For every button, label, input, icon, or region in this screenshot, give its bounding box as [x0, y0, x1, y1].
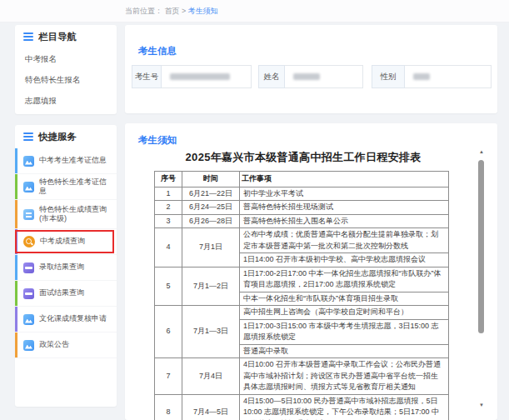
name-label: 姓名 — [258, 65, 285, 88]
card-icon — [23, 288, 34, 299]
table-row: 6 7月1—3日 高中招生网上咨询会（高中学校自定时间和平台） — [155, 306, 449, 320]
table-row: 8 7月4—5日 4日15:00—5日10:00 民办普通高中市域补招志愿填报，… — [155, 394, 449, 420]
breadcrumb-current: 考生须知 — [188, 7, 218, 15]
cell-item: 中本一体化招生和“市队联办”体育项目招生录取 — [240, 292, 449, 306]
service-label: 中考成绩查询 — [40, 237, 85, 246]
list-icon — [23, 32, 33, 41]
sidebar-item-zhiyuan-tianbao[interactable]: 志愿填报 — [15, 90, 117, 111]
cell-time: 6月24—25日 — [182, 201, 240, 215]
scroll-down-arrow-icon[interactable]: ▼ — [477, 402, 486, 408]
schedule-table-wrap: 2025年嘉兴市本级普通高中招生工作日程安排表 序号 时间 工作事项 1 6月2… — [154, 150, 452, 420]
search-icon — [23, 236, 35, 248]
table-row: 1 6月21—22日 初中学业水平考试 — [155, 187, 449, 201]
schedule-table-title: 2025年嘉兴市本级普通高中招生工作日程安排表 — [154, 150, 452, 165]
cell-no: 2 — [155, 201, 182, 215]
list-icon — [23, 132, 33, 141]
scroll-up-arrow-icon[interactable]: ▲ — [477, 148, 486, 155]
image-icon — [23, 340, 34, 351]
strip-orange — [15, 200, 17, 228]
image-icon — [23, 182, 34, 192]
cell-item: 普通高中录取 — [240, 344, 449, 358]
breadcrumb-separator: > — [182, 7, 186, 15]
sidebar-item-techang-zhunkaozheng[interactable]: 特色特长生准考证信息 — [15, 174, 117, 200]
candidate-fields: 考生号 姓名 性别 — [132, 65, 492, 88]
cell-no: 5 — [155, 267, 182, 306]
table-row: 7 7月4日 4日10:00 召开市本级普通高中录取工作会议；公布民办普通高中市… — [155, 358, 449, 395]
cell-time: 6月21—22日 — [182, 187, 240, 201]
strip-purple — [15, 229, 17, 254]
cell-item: 4日15:00—5日10:00 民办普通高中市域补招志愿填报，5日10:00 志… — [240, 394, 449, 420]
scrollbar-thumb[interactable] — [478, 160, 484, 333]
service-label: 特色特长生成绩查询(市本级) — [39, 205, 112, 224]
sidebar-nav-header: 栏目导航 — [15, 25, 117, 48]
image-icon — [23, 314, 34, 325]
cell-time: 6月26—28日 — [182, 214, 240, 228]
vertical-scrollbar[interactable]: ▲ ▼ — [477, 148, 486, 408]
service-label: 录取结果查询 — [39, 262, 84, 272]
candidate-info-title: 考生信息 — [138, 45, 177, 58]
col-header-time: 时间 — [182, 172, 240, 188]
gender-label: 性别 — [372, 65, 405, 88]
cell-item: 公布中考成绩；优质普通高中名额分配生提前单独录取；划定市本级普通高中第一批次和第… — [240, 228, 449, 253]
breadcrumb-prefix: 当前位置： — [125, 7, 162, 15]
col-header-no: 序号 — [155, 172, 182, 188]
sidebar-item-luqu-jieguo-chaxun[interactable]: 录取结果查询 — [15, 255, 117, 281]
schedule-table: 序号 时间 工作事项 1 6月21—22日 初中学业水平考试 2 6月24—25… — [154, 171, 449, 420]
cell-item: 1日17:00-3日15:00 市本级中考考生填报志愿，3日15:00 志愿填报… — [240, 319, 449, 344]
cell-time: 7月1—2日 — [182, 267, 240, 306]
cell-time: 7月1—3日 — [182, 306, 240, 358]
strip-orange — [15, 332, 17, 358]
cell-item: 普高特色特长招生入围名单公示 — [240, 214, 449, 228]
sidebar-item-zhongkao-chengji-chaxun[interactable]: 中考成绩查询 — [15, 229, 117, 255]
table-row: 4 7月1日 公布中考成绩；优质普通高中名额分配生提前单独录取；划定市本级普通高… — [155, 228, 449, 253]
cell-no: 8 — [155, 394, 182, 420]
sidebar-services-header: 快捷服务 — [15, 125, 117, 148]
service-label: 特色特长生准考证信息 — [39, 178, 112, 197]
candidate-no-label: 考生号 — [132, 65, 162, 88]
cell-no: 6 — [155, 306, 182, 358]
image-icon — [23, 156, 34, 167]
table-row: 2 6月24—25日 普高特色特长招生现场测试 — [155, 201, 449, 215]
cell-item: 1日14:00 召开市本级初中学校、高中学校志愿填报会议 — [240, 253, 449, 268]
gender-value — [405, 65, 492, 88]
cell-item: 4日10:00 召开市本级普通高中录取工作会议；公布民办普通高中市域补招计划；跨… — [240, 358, 449, 395]
name-value — [285, 65, 363, 88]
sidebar-item-mianshi-jieguo-chaxun[interactable]: 面试结果查询 — [15, 281, 117, 307]
cell-no: 4 — [155, 228, 182, 268]
breadcrumb-home-link[interactable]: 首页 — [165, 7, 180, 15]
strip-green — [15, 281, 17, 306]
notice-card: 考生须知 2025年嘉兴市本级普通高中招生工作日程安排表 序号 时间 工作事项 … — [125, 123, 497, 420]
sidebar-services-card: 快捷服务 中考考生准考证信息 特色特长生准考证信息 特色特长生成绩查询(市本级)… — [15, 125, 117, 407]
breadcrumb: 当前位置： 首页 > 考生须知 — [125, 6, 218, 17]
col-header-items: 工作事项 — [240, 172, 449, 188]
cell-item: 初中学业水平考试 — [240, 187, 449, 201]
cell-time: 7月4日 — [182, 358, 240, 395]
sidebar-nav-card: 栏目导航 中考报名 特色特长生报名 志愿填报 — [15, 25, 117, 114]
notice-title: 考生须知 — [138, 134, 177, 147]
sidebar-nav-title: 栏目导航 — [38, 31, 77, 43]
sidebar-item-zhongkao-baoming[interactable]: 中考报名 — [15, 48, 117, 69]
cell-no: 7 — [155, 358, 182, 395]
top-bar — [0, 0, 509, 22]
list-doc-icon — [23, 209, 34, 220]
service-label: 中考考生准考证信息 — [39, 156, 107, 165]
cell-time: 7月1日 — [182, 228, 240, 268]
sidebar-item-techang-chengji-chaxun[interactable]: 特色特长生成绩查询(市本级) — [15, 200, 117, 229]
service-label: 文化课成绩复核申请 — [39, 314, 107, 323]
sidebar-item-fuhe-shenqing[interactable]: 文化课成绩复核申请 — [15, 307, 117, 332]
table-row: 5 7月1—2日 1日17:00-2日17:00 中本一体化招生志愿填报和“市队… — [155, 267, 449, 292]
cell-item: 1日17:00-2日17:00 中本一体化招生志愿填报和“市队联办”体育项目志愿… — [240, 267, 449, 292]
cell-item: 普高特色特长招生现场测试 — [240, 201, 449, 215]
table-row: 3 6月26—28日 普高特色特长招生入围名单公示 — [155, 214, 449, 228]
strip-blue — [15, 255, 17, 280]
sidebar-item-techang-baoming[interactable]: 特色特长生报名 — [15, 69, 117, 90]
cell-no: 3 — [155, 214, 182, 228]
cell-time: 7月4—5日 — [182, 394, 240, 420]
strip-blue — [15, 148, 17, 173]
sidebar-item-zhengce-gonggao[interactable]: 政策公告 — [15, 332, 117, 358]
cell-item: 高中招生网上咨询会（高中学校自定时间和平台） — [240, 306, 449, 320]
service-label: 政策公告 — [39, 340, 69, 349]
card-icon — [23, 262, 34, 273]
candidate-info-card: 考生信息 考生号 姓名 性别 — [125, 25, 497, 113]
sidebar-item-zhunkaozheng-info[interactable]: 中考考生准考证信息 — [15, 148, 117, 174]
